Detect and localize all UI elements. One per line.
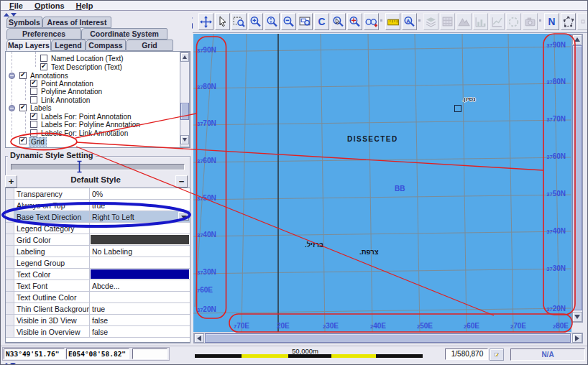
- layer-checkbox[interactable]: ✔: [19, 72, 27, 79]
- layer-checkbox[interactable]: [30, 88, 37, 95]
- tree-scrollbar[interactable]: [180, 52, 190, 147]
- property-row-legend-group[interactable]: Legend Group: [6, 257, 190, 269]
- style-property-table[interactable]: Transparency0%Always on ToptrueBase Text…: [5, 188, 190, 343]
- tree-item-grid[interactable]: ✔Grid: [6, 137, 178, 145]
- tab-map-layers[interactable]: Map Layers: [6, 40, 51, 51]
- grid-line: [462, 34, 467, 332]
- scroll-down-button[interactable]: [572, 312, 582, 322]
- tree-item-labels-for-link-annotation[interactable]: Labels For: Link Annotation: [6, 129, 178, 137]
- scroll-up-button[interactable]: [180, 52, 189, 62]
- map-view[interactable]: 3790N3780N3770N3760N3750N3740N3730N760E3…: [193, 34, 571, 332]
- property-row-always-on-top[interactable]: Always on Toptrue: [6, 200, 190, 211]
- find-text-button[interactable]: A: [402, 13, 417, 30]
- layer-checkbox[interactable]: ✔: [30, 113, 37, 120]
- tree-item-point-annotation[interactable]: ✔Point Annotation: [6, 80, 178, 88]
- zoom-in-button[interactable]: [248, 13, 263, 30]
- property-value[interactable]: [90, 292, 190, 302]
- property-row-labeling[interactable]: LabelingNo Labeling: [6, 246, 190, 257]
- scroll-up-button[interactable]: [572, 34, 582, 45]
- tab-legend[interactable]: Legend: [51, 40, 86, 51]
- tab-areas-of-interest[interactable]: Areas of Interest: [42, 17, 111, 28]
- style-slider[interactable]: [11, 164, 185, 170]
- scrollbar-thumb[interactable]: [572, 45, 582, 310]
- scrollbar-thumb[interactable]: [205, 333, 571, 343]
- polygon-button[interactable]: [561, 13, 576, 30]
- tree-item-named-location-text-[interactable]: Named Location (Text): [6, 55, 178, 63]
- layer-checkbox[interactable]: [30, 121, 37, 128]
- property-row-text-font[interactable]: Text FontAbcde...: [6, 280, 190, 292]
- property-value[interactable]: No Labeling: [90, 246, 190, 257]
- map-vertical-scrollbar[interactable]: [571, 34, 583, 323]
- layer-checkbox[interactable]: [30, 129, 37, 137]
- property-value[interactable]: [90, 234, 190, 245]
- tab-coordinate-system[interactable]: Coordinate System: [81, 28, 167, 40]
- map-layers-tree[interactable]: Named Location (Text)✔Text Description (…: [5, 51, 190, 148]
- property-row-legend-category[interactable]: Legend Category: [6, 223, 190, 234]
- tree-item-polyline-annotation[interactable]: Polyline Annotation: [6, 88, 178, 96]
- add-style-button[interactable]: +: [5, 175, 17, 188]
- property-value[interactable]: true: [90, 200, 190, 211]
- property-row-grid-color[interactable]: Grid Color: [6, 234, 190, 246]
- point-annotation-marker[interactable]: [454, 105, 461, 112]
- color-swatch[interactable]: [91, 235, 189, 244]
- property-value[interactable]: true: [90, 303, 190, 314]
- color-swatch[interactable]: [91, 269, 189, 279]
- zoom-stretch-button[interactable]: [265, 13, 280, 30]
- north-arrow-button[interactable]: N: [544, 13, 559, 30]
- tab-compass[interactable]: Compass: [86, 40, 126, 51]
- tab-preferences[interactable]: Preferences: [6, 28, 81, 40]
- pan-button[interactable]: [198, 13, 213, 30]
- property-name: Text Outline Color: [14, 292, 90, 302]
- tree-item-link-annotation[interactable]: Link Annotation: [6, 96, 178, 104]
- property-row-text-outline-color[interactable]: Text Outline Color: [6, 292, 190, 303]
- menu-file[interactable]: File: [4, 1, 29, 10]
- layer-checkbox[interactable]: [30, 96, 37, 103]
- zoom-center-button[interactable]: [347, 13, 362, 30]
- zoom-window-button[interactable]: [231, 13, 247, 30]
- tab-grid-settings[interactable]: Grid Settings: [126, 40, 173, 51]
- select-query-button[interactable]: [331, 13, 346, 30]
- scroll-right-button[interactable]: [572, 333, 582, 343]
- zoom-out-button[interactable]: [281, 13, 296, 30]
- property-value[interactable]: Right To Left: [90, 211, 190, 222]
- layer-checkbox[interactable]: ✔: [40, 63, 47, 70]
- tab-symbols[interactable]: Symbols: [6, 17, 42, 28]
- menu-options[interactable]: Options: [29, 1, 70, 10]
- tree-item-labels[interactable]: ✔Labels: [6, 104, 178, 112]
- property-value[interactable]: false: [90, 315, 190, 325]
- measure-button[interactable]: [385, 13, 400, 30]
- scroll-left-button[interactable]: [194, 333, 204, 343]
- map-horizontal-scrollbar[interactable]: [193, 333, 583, 343]
- property-row-visible-in-overview[interactable]: Visible in Overviewfalse: [6, 326, 190, 338]
- property-value[interactable]: [90, 269, 190, 279]
- layer-checkbox[interactable]: ✔: [19, 137, 27, 144]
- layer-checkbox[interactable]: [40, 55, 47, 62]
- combo-dropdown-button[interactable]: [178, 212, 189, 221]
- property-row-transparency[interactable]: Transparency0%: [6, 188, 190, 200]
- property-row-visible-in-3d-view[interactable]: Visible in 3D Viewfalse: [6, 315, 190, 326]
- property-row-base-text-direction[interactable]: Base Text DirectionRight To Left: [6, 211, 190, 223]
- select-button[interactable]: [215, 13, 230, 30]
- tree-item-text-description-text-[interactable]: ✔Text Description (Text): [6, 63, 178, 71]
- property-value[interactable]: false: [90, 326, 190, 337]
- expand-handle-icon[interactable]: [9, 105, 15, 111]
- property-value[interactable]: [90, 223, 190, 234]
- tree-item-labels-for-polyline-annotation[interactable]: Labels For: Polyline Annotation: [6, 121, 178, 129]
- layer-checkbox[interactable]: ✔: [19, 104, 27, 111]
- property-value[interactable]: Abcde...: [90, 280, 190, 291]
- property-row-thin-client-background[interactable]: Thin Client Backgroundtrue: [6, 303, 190, 315]
- property-value[interactable]: [90, 257, 190, 268]
- menu-help[interactable]: Help: [70, 1, 99, 10]
- property-row-text-color[interactable]: Text Color: [6, 269, 190, 280]
- find-button[interactable]: [364, 13, 379, 30]
- expand-handle-icon[interactable]: [9, 73, 15, 79]
- tree-item-labels-for-point-annotation[interactable]: ✔Labels For: Point Annotation: [6, 113, 178, 121]
- scroll-down-button[interactable]: [180, 135, 189, 144]
- refresh-button[interactable]: C: [314, 13, 329, 30]
- overview-window-button[interactable]: [298, 13, 313, 30]
- property-value[interactable]: 0%: [90, 188, 190, 199]
- remove-style-button[interactable]: −: [175, 175, 188, 188]
- edit-scale-button[interactable]: [490, 348, 504, 361]
- scrollbar-thumb[interactable]: [180, 103, 189, 120]
- layer-checkbox[interactable]: ✔: [30, 80, 37, 87]
